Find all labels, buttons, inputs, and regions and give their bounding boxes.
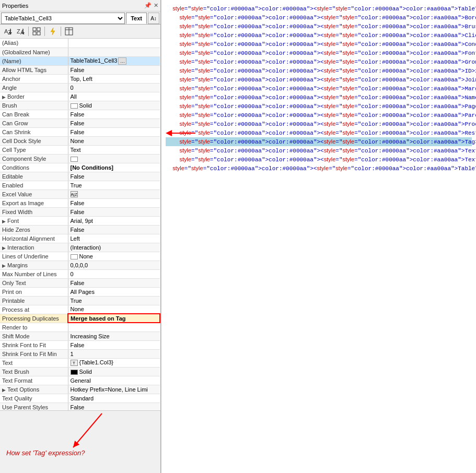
sort-az-button[interactable]: AZ — [2, 26, 14, 37]
table-row[interactable]: Can BreakFalse — [0, 110, 160, 119]
xml-line: style="style="color:#0000aa">color:#0000… — [166, 75, 472, 84]
text-icon: T — [71, 360, 78, 366]
xml-content: style="style="color:#0000aa">color:#0000… — [166, 4, 472, 173]
table-row[interactable]: BrushSolid — [0, 101, 160, 110]
table-row[interactable]: Export as ImageFalse — [0, 198, 160, 207]
xml-line: style="style="color:#0000aa">color:#0000… — [166, 155, 472, 164]
toolbar-separator-2 — [44, 27, 45, 36]
properties-container: (Alias)(Globalized Name)(Name)TableTable… — [0, 39, 160, 410]
table-row[interactable]: EditableFalse — [0, 172, 160, 181]
expand-icon[interactable]: ▶ — [2, 219, 7, 224]
table-row[interactable]: PrintableTrue — [0, 296, 160, 305]
svg-marker-12 — [51, 28, 55, 35]
annotation-question: How set 'Tag' expression? — [6, 449, 154, 457]
component-selector[interactable]: TableTable1_Cell3 — [1, 13, 125, 24]
color-swatch-black — [71, 370, 78, 375]
title-icons: 📌 ✕ — [144, 2, 158, 9]
tab-bar: TableTable1_Cell3 Text A↕ — [0, 11, 160, 25]
xml-line: style="style="color:#0000aa">color:#0000… — [166, 111, 472, 120]
table-view-button[interactable] — [63, 26, 75, 37]
ellipsis-button[interactable]: … — [118, 57, 126, 65]
table-row[interactable]: Process atNone — [0, 305, 160, 314]
table-row[interactable]: Fixed WidthFalse — [0, 207, 160, 216]
table-row[interactable]: Can ShrinkFalse — [0, 127, 160, 136]
table-row[interactable]: ▶Interaction(Interaction) — [0, 243, 160, 252]
xml-line: style="style="color:#0000aa">color:#0000… — [166, 4, 472, 13]
expand-icon[interactable]: ▶ — [2, 263, 7, 268]
table-row[interactable]: Use Parent StylesFalse — [0, 403, 160, 410]
table-row[interactable]: Text FormatGeneral — [0, 376, 160, 385]
table-row[interactable]: Angle0 — [0, 83, 160, 92]
xml-line: style="style="color:#0000aa">color:#0000… — [166, 13, 472, 22]
xml-line: style="style="color:#0000aa">color:#0000… — [166, 146, 472, 155]
table-row[interactable]: Shrink Font to Fit Min1 — [0, 349, 160, 358]
table-row[interactable]: ▶Text OptionsHotkey Prefix=None, Line Li… — [0, 385, 160, 394]
table-row[interactable]: Component Style — [0, 154, 160, 163]
table-row[interactable]: ▶BorderAll — [0, 92, 160, 101]
color-swatch — [71, 103, 78, 109]
table-row[interactable]: AnchorTop, Left — [0, 74, 160, 83]
properties-toolbar: AZ ZA — [0, 25, 160, 39]
expand-icon[interactable]: ▶ — [2, 94, 7, 100]
close-icon[interactable]: ✕ — [154, 2, 158, 9]
xml-line: style="style="color:#0000aa">color:#0000… — [166, 120, 472, 128]
xml-line: style="style="color:#0000aa">color:#0000… — [166, 84, 472, 93]
table-row[interactable]: Max Number of Lines0 — [0, 269, 160, 278]
lightning-button[interactable] — [47, 26, 59, 37]
table-row[interactable]: ▶Margins0,0,0,0 — [0, 261, 160, 269]
bottom-annotation-area: How set 'Tag' expression? — [0, 410, 160, 473]
svg-rect-10 — [33, 32, 36, 35]
conditions-value: [No Conditions] — [71, 164, 113, 171]
panel-title-bar: Properties 📌 ✕ — [0, 0, 160, 11]
expand-icon[interactable]: ▶ — [2, 245, 7, 251]
toolbar-separator — [28, 27, 29, 36]
table-row[interactable]: Render to — [0, 323, 160, 332]
xml-line: style="style="color:#0000aa">color:#0000… — [166, 40, 472, 49]
table-row[interactable]: Hide ZerosFalse — [0, 225, 160, 234]
xml-line: style="style="color:#0000aa">color:#0000… — [166, 57, 472, 66]
grid-view-button[interactable] — [31, 26, 42, 37]
xml-line: style="style="color:#0000aa">color:#0000… — [166, 66, 472, 75]
table-row[interactable]: (Globalized Name) — [0, 48, 160, 56]
svg-rect-11 — [37, 32, 40, 35]
tab-text[interactable]: Text — [126, 13, 147, 24]
table-row[interactable]: Print onAll Pages — [0, 287, 160, 296]
properties-panel: Properties 📌 ✕ TableTable1_Cell3 Text A↕… — [0, 0, 161, 473]
pin-icon[interactable]: 📌 — [144, 2, 152, 9]
table-row[interactable]: Cell TypeText — [0, 145, 160, 154]
table-row[interactable]: Allow HTML TagsFalse — [0, 65, 160, 74]
xml-line: style="style="color:#0000aa">color:#0000… — [166, 164, 472, 173]
table-row[interactable]: Only TextFalse — [0, 278, 160, 287]
xml-line: style="style="color:#0000aa">color:#0000… — [166, 22, 472, 31]
panel-title: Properties — [2, 3, 28, 9]
table-row[interactable]: TextT{Table1.Col3} — [0, 358, 160, 367]
sort-button[interactable]: A↕ — [148, 13, 159, 24]
table-row[interactable]: ▶FontArial, 9pt — [0, 216, 160, 225]
xml-line: style="style="color:#0000aa">color:#0000… — [166, 93, 472, 102]
table-row[interactable]: (Alias) — [0, 39, 160, 48]
table-row[interactable]: Excel ValueA|Z — [0, 190, 160, 198]
xml-line: style="style="color:#0000aa">color:#0000… — [166, 49, 472, 57]
table-row[interactable]: Conditions[No Conditions] — [0, 163, 160, 172]
table-row[interactable]: Processing DuplicatesMerge based on Tag — [0, 314, 160, 323]
table-row[interactable]: Text QualityStandard — [0, 394, 160, 403]
table-row[interactable]: Text BrushSolid — [0, 367, 160, 376]
xml-line: style="style="color:#0000aa">color:#0000… — [166, 31, 472, 40]
sort-za-button[interactable]: ZA — [15, 26, 26, 37]
color-swatch — [71, 157, 78, 162]
table-row[interactable]: Shift ModeIncreasing Size — [0, 332, 160, 340]
table-row[interactable]: Shrink Font to FitFalse — [0, 340, 160, 349]
excel-icon: A|Z — [71, 191, 78, 197]
table-row[interactable]: Can GrowFalse — [0, 119, 160, 127]
table-row[interactable]: Horizontal AlignmentLeft — [0, 234, 160, 243]
xml-panel: style="style="color:#0000aa">color:#0000… — [161, 0, 476, 473]
xml-line: style="style="color:#0000aa">color:#0000… — [166, 137, 472, 146]
color-swatch — [71, 254, 78, 259]
table-row[interactable]: Cell Dock StyleNone — [0, 136, 160, 145]
svg-rect-9 — [37, 28, 40, 31]
table-row[interactable]: EnabledTrue — [0, 181, 160, 190]
xml-line: style="style="color:#0000aa">color:#0000… — [166, 102, 472, 111]
expand-icon[interactable]: ▶ — [2, 387, 7, 393]
table-row[interactable]: Lines of UnderlineNone — [0, 252, 160, 261]
table-row[interactable]: (Name)TableTable1_Cell3… — [0, 56, 160, 65]
